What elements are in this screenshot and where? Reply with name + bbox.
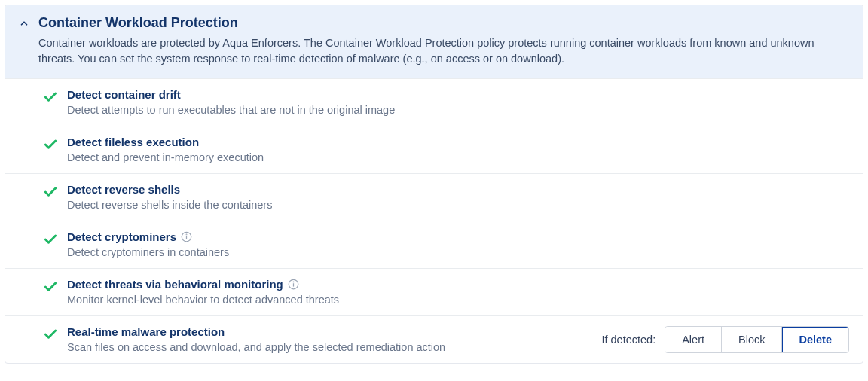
policy-item-title: Detect threats via behavioral monitoring — [67, 278, 849, 291]
remediation-button-group: AlertBlockDelete — [665, 326, 849, 353]
check-icon — [43, 184, 58, 203]
policy-item-content: Detect fileless executionDetect and prev… — [67, 136, 849, 163]
check-icon — [43, 137, 58, 155]
remediation-delete-button[interactable]: Delete — [782, 327, 848, 352]
panel-header[interactable]: Container Workload Protection Container … — [5, 5, 863, 78]
panel-title: Container Workload Protection — [38, 15, 849, 31]
policy-item-description: Detect reverse shells inside the contain… — [67, 199, 849, 211]
policy-item-description: Detect cryptominers in containers — [67, 246, 849, 258]
policy-item-description: Detect attempts to run executables that … — [67, 104, 849, 116]
policy-item: Real-time malware protectionScan files o… — [5, 315, 863, 363]
info-icon[interactable] — [181, 231, 192, 242]
policy-item: Detect threats via behavioral monitoring… — [5, 268, 863, 315]
policy-item: Detect container driftDetect attempts to… — [5, 78, 863, 126]
policy-item-description: Scan files on access and download, and a… — [67, 341, 592, 353]
policy-item-content: Detect reverse shellsDetect reverse shel… — [67, 183, 849, 211]
svg-point-5 — [293, 282, 294, 282]
svg-point-2 — [186, 234, 187, 235]
policy-item-content: Detect threats via behavioral monitoring… — [67, 278, 849, 306]
policy-item-title: Detect container drift — [67, 88, 849, 101]
check-icon — [43, 279, 58, 297]
panel-description: Container workloads are protected by Aqu… — [38, 35, 849, 67]
remediation-block-button[interactable]: Block — [722, 327, 782, 352]
policy-item-title: Real-time malware protection — [67, 325, 592, 338]
policy-item-content: Detect container driftDetect attempts to… — [67, 88, 849, 116]
policy-item-description: Monitor kernel-level behavior to detect … — [67, 294, 849, 306]
actions-label: If detected: — [601, 334, 656, 346]
check-icon — [43, 327, 58, 345]
policy-item-content: Detect cryptominersDetect cryptominers i… — [67, 230, 849, 258]
policy-item-title: Detect cryptominers — [67, 230, 849, 243]
policy-item-title: Detect reverse shells — [67, 183, 849, 196]
info-icon[interactable] — [288, 279, 299, 290]
chevron-up-icon[interactable] — [19, 18, 29, 32]
policy-item: Detect cryptominersDetect cryptominers i… — [5, 221, 863, 268]
remediation-actions: If detected:AlertBlockDelete — [601, 326, 849, 353]
container-workload-protection-panel: Container Workload Protection Container … — [5, 5, 863, 364]
panel-header-text: Container Workload Protection Container … — [38, 15, 849, 67]
check-icon — [43, 232, 58, 250]
remediation-alert-button[interactable]: Alert — [665, 327, 722, 352]
policy-item-description: Detect and prevent in-memory execution — [67, 151, 849, 163]
policy-item: Detect fileless executionDetect and prev… — [5, 126, 863, 173]
policy-item-content: Real-time malware protectionScan files o… — [67, 325, 592, 353]
check-icon — [43, 90, 58, 108]
policy-item-title: Detect fileless execution — [67, 136, 849, 148]
policy-item: Detect reverse shellsDetect reverse shel… — [5, 173, 863, 221]
